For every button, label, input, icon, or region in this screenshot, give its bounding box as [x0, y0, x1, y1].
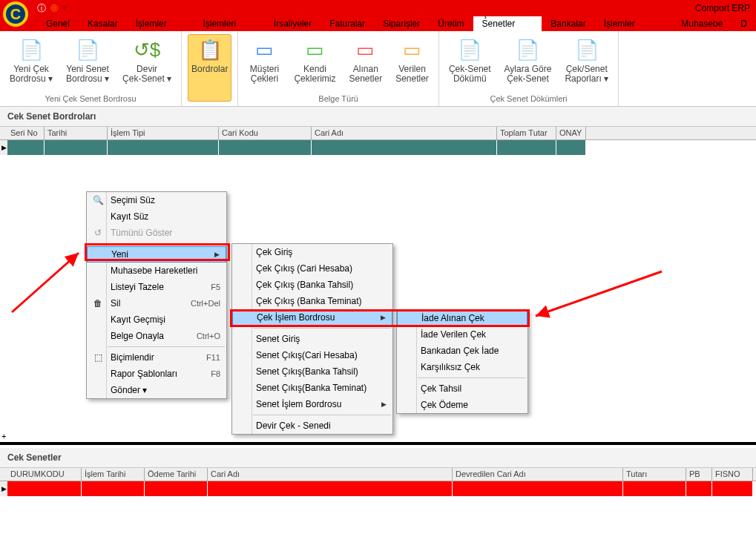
splitter[interactable] — [0, 442, 756, 445]
column-header[interactable]: Cari Adı — [208, 468, 453, 481]
ribbon-button[interactable]: 📄Yeni ÇekBordrosu ▾ — [6, 34, 56, 93]
ribbon-label: Çek-SenetDökümü — [449, 65, 491, 84]
cell[interactable] — [82, 481, 145, 496]
arrow-1 — [9, 248, 83, 315]
menu-item[interactable]: ↺Tümünü Göster — [87, 225, 226, 241]
ribbon-button[interactable]: ▭MüşteriÇekleri — [244, 34, 284, 93]
column-header[interactable]: Toplam Tutar — [497, 127, 556, 139]
ribbon-button[interactable]: ▭AlınanSenetler — [345, 34, 386, 93]
menu-item[interactable]: Devir Çek - Senedi — [232, 418, 392, 434]
menu-tab[interactable]: Muhasebe — [672, 16, 732, 31]
cell[interactable] — [712, 481, 753, 496]
context-menu-main[interactable]: 🔍Seçimi SüzKayıt Süz↺Tümünü GösterYeni▶M… — [86, 191, 227, 399]
panel1-row[interactable]: ▶ — [0, 140, 756, 155]
column-header[interactable]: Cari Adı — [312, 127, 497, 139]
ribbon-button[interactable]: 📄Yeni SenetBordrosu ▾ — [62, 34, 113, 93]
menu-item-icon: ↺ — [90, 228, 106, 238]
menu-item-label: Senet Çıkış(Cari Hesaba) — [252, 350, 387, 360]
menu-item[interactable]: Rapor ŞablonlarıF8 — [87, 366, 226, 382]
ribbon-button[interactable]: 📄Çek-SenetDökümü — [445, 34, 495, 93]
menu-item[interactable]: Bankadan Çek İade — [397, 343, 527, 359]
column-header[interactable]: DURUMKODU — [7, 468, 82, 481]
column-header[interactable]: FISNO — [712, 468, 753, 481]
menu-item[interactable]: Kayıt Geçmişi — [87, 311, 226, 328]
cell[interactable] — [556, 140, 586, 155]
cell[interactable] — [145, 481, 208, 496]
menu-item[interactable]: Çek Çıkış (Banka Teminat) — [232, 293, 392, 309]
menu-item[interactable]: Yeni▶ — [87, 246, 226, 263]
target-icon[interactable]: ◎ — [50, 2, 58, 15]
ribbon-button[interactable]: 📄Çek/SenetRaporları ▾ — [561, 34, 612, 93]
menu-tab[interactable]: Bankalar — [542, 16, 594, 31]
menu-item[interactable]: İade Verilen Çek — [397, 326, 527, 343]
column-header[interactable]: İşlem Tarihi — [82, 468, 145, 481]
menu-item[interactable]: ⬚BiçimlendirF11 — [87, 349, 226, 366]
column-header[interactable]: Seri No — [7, 127, 45, 139]
ribbon-button[interactable]: ▭VerilenSenetler — [392, 34, 433, 93]
menu-item[interactable]: Senet Çıkış(Cari Hesaba) — [232, 347, 392, 363]
svg-line-1 — [536, 271, 662, 316]
menu-tab[interactable]: İrsaliyeler — [265, 16, 321, 31]
column-header[interactable]: Devredilen Cari Adı — [453, 468, 623, 481]
ribbon-button[interactable]: ▭KendiÇeklerimiz — [290, 34, 339, 93]
cell[interactable] — [7, 481, 82, 496]
menu-item[interactable]: Çek Çıkış (Cari Hesaba) — [232, 260, 392, 277]
info-icon[interactable]: ⓘ — [37, 2, 46, 15]
column-header[interactable]: Cari Kodu — [219, 127, 312, 139]
cell[interactable] — [623, 481, 686, 496]
menu-item[interactable]: Senet Çıkış(Banka Tahsil) — [232, 363, 392, 380]
ribbon-button[interactable]: 📄Aylara GöreÇek-Senet — [501, 34, 556, 93]
column-header[interactable]: İşlem Tipi — [108, 127, 219, 139]
cell[interactable] — [208, 481, 453, 496]
cell[interactable] — [497, 140, 556, 155]
expand-indicator[interactable]: + — [1, 432, 6, 441]
menu-item[interactable]: Senet İşlem Bordrosu▶ — [232, 396, 392, 412]
menu-tab[interactable]: Faturalar — [321, 16, 374, 31]
column-header[interactable]: Ödeme Tarihi — [145, 468, 208, 481]
column-header[interactable]: Tarihi — [45, 127, 108, 139]
cell[interactable] — [7, 140, 45, 155]
menu-item[interactable]: Çek İşlem Bordrosu▶ — [232, 309, 392, 326]
menu-item-shortcut: Ctrl+Del — [176, 299, 220, 308]
menu-item-shortcut: Ctrl+O — [182, 332, 220, 340]
column-header[interactable]: ONAY — [556, 127, 586, 139]
menu-item[interactable]: Kayıt Süz — [87, 208, 226, 225]
panel2-title: Cek Senetler — [0, 448, 756, 468]
menu-item-label: İade Alınan Çek — [417, 313, 521, 323]
menu-item[interactable]: Listeyi TazeleF5 — [87, 279, 226, 295]
menu-tab[interactable]: Üretim — [429, 16, 473, 31]
menu-item[interactable]: Muhasebe Hareketleri — [87, 263, 226, 279]
context-submenu-yeni[interactable]: Çek GirişÇek Çıkış (Cari Hesaba)Çek Çıkı… — [231, 243, 393, 435]
menu-item[interactable]: Senet Çıkış(Banka Teminat) — [232, 380, 392, 396]
menu-item[interactable]: Çek Çıkış (Banka Tahsil) — [232, 277, 392, 293]
ribbon-button[interactable]: 📋Bordrolar — [188, 34, 231, 102]
menu-item[interactable]: Karşılıksız Çek — [397, 359, 527, 375]
menu-item[interactable]: Çek Ödeme — [397, 397, 527, 413]
menu-tab[interactable]: Kasalar — [79, 16, 127, 31]
menu-item[interactable]: 🔍Seçimi Süz — [87, 192, 226, 208]
menu-item[interactable]: 🗑SilCtrl+Del — [87, 295, 226, 311]
menu-item[interactable]: Çek Giriş — [232, 244, 392, 260]
shield-icon[interactable]: ▾ — [62, 2, 67, 15]
cell[interactable] — [219, 140, 312, 155]
ribbon-button[interactable]: ↺$DevirÇek-Senet ▾ — [119, 34, 175, 93]
app-title: Comport ERP — [695, 3, 750, 13]
menu-item[interactable]: Gönder ▾ — [87, 382, 226, 398]
menu-tab[interactable]: Genel — [37, 16, 79, 31]
context-submenu-cek-islem[interactable]: İade Alınan Çekİade Verilen ÇekBankadan … — [396, 309, 528, 414]
menu-item[interactable]: İade Alınan Çek — [397, 310, 527, 326]
cell[interactable] — [108, 140, 219, 155]
column-header[interactable]: PB — [686, 468, 712, 481]
menu-item[interactable]: Senet Giriş — [232, 331, 392, 347]
cell[interactable] — [312, 140, 497, 155]
cell[interactable] — [453, 481, 623, 496]
menu-item[interactable]: Belge OnaylaCtrl+O — [87, 328, 226, 344]
menu-item[interactable]: Çek Tahsil — [397, 380, 527, 397]
menu-tab[interactable]: Siparişler — [374, 16, 429, 31]
panel2-row[interactable]: ▶ — [0, 481, 756, 496]
menu-tab[interactable]: D — [732, 16, 756, 31]
cell[interactable] — [686, 481, 712, 496]
column-header[interactable]: Tutarı — [623, 468, 686, 481]
submenu-arrow-icon: ▶ — [374, 400, 387, 408]
cell[interactable] — [45, 140, 108, 155]
